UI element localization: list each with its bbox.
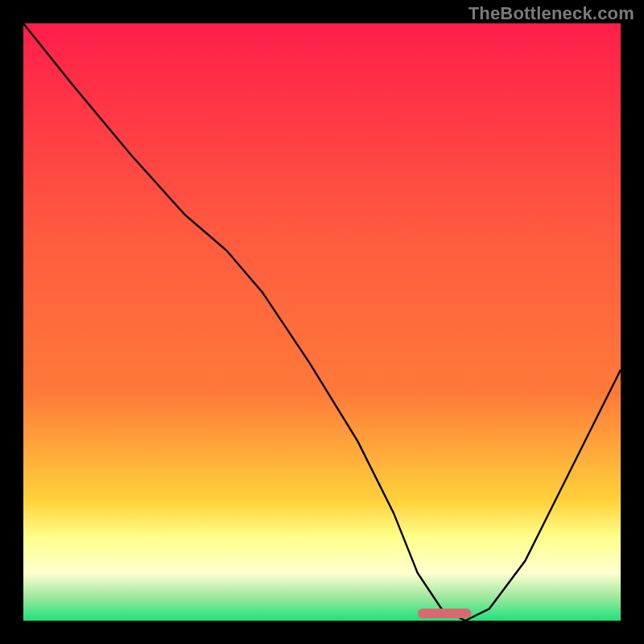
bottleneck-chart: [23, 23, 621, 621]
plot-area: [23, 23, 621, 621]
chart-frame: TheBottleneck.com: [0, 0, 644, 644]
watermark-text: TheBottleneck.com: [469, 3, 634, 24]
gradient-background: [23, 23, 621, 621]
optimal-marker: [418, 609, 472, 618]
